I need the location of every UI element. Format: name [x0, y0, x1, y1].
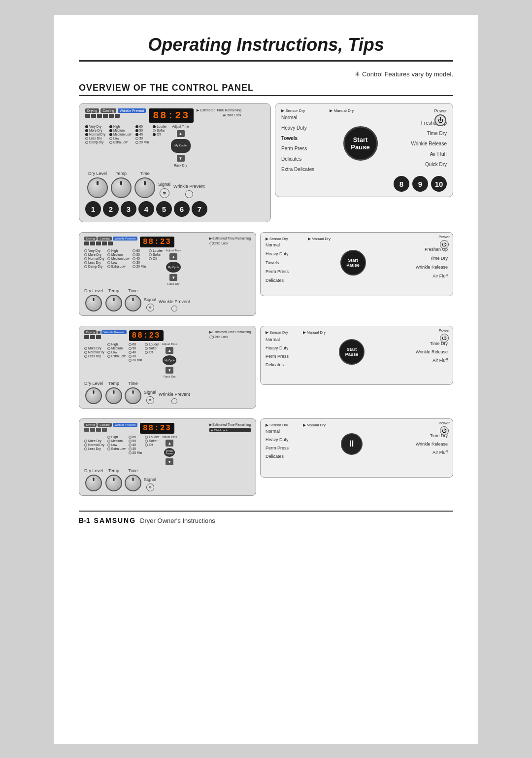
footer: B-1 SAMSUNG Dryer Owner's Instructions — [79, 511, 453, 524]
down-button[interactable]: ▼ — [177, 155, 185, 162]
page-title: Operating Instructions, Tips — [79, 34, 453, 62]
rp1-right-labels: Freshen Up Time Dry Wrinkle Release Air … — [402, 120, 447, 167]
control-note: ✳ Control Features vary by model. — [79, 70, 453, 78]
panel-3-row: Drying Wrinkle Prevent 88:23 ▶ Estimated… — [79, 326, 453, 409]
lp1-temp-col: High Medium Medium Low Low Extra Low — [109, 125, 132, 167]
lp1-childlock: ◈Child Lock — [223, 113, 241, 117]
panel-2-left: Drying Cooling Wrinkle Prevent 88:23 — [79, 232, 256, 316]
panel3-dials: Dry Level Temp Time Signal≋ Wrinkle Prev… — [84, 381, 251, 404]
rp1-left-labels: Normal Heavy Duty Towels Perm Press Deli… — [281, 115, 318, 172]
dial-signal: Signal ≋ — [158, 182, 170, 198]
panel-1-left: Drying Cooling Wrinkle Prevent — [79, 103, 271, 222]
dial-time: Time — [134, 171, 155, 198]
tab-cooling[interactable]: Cooling — [100, 108, 116, 113]
panel3-display: 88:23 — [129, 330, 164, 341]
rp1-arrows: ▶ Sensor Dry ▶ Manual Dry — [281, 108, 447, 113]
panel-1-section: Drying Cooling Wrinkle Prevent — [79, 103, 453, 222]
p4-play-pause-button[interactable]: ⏸ — [341, 433, 363, 455]
panel-4-section: Drying Cooling Wrinkle Prevent 88:23 — [79, 418, 453, 496]
panel2-dials: Dry Level Temp Time Signal≋ Wrinkle Prev… — [84, 288, 251, 311]
panel-2-row: Drying Cooling Wrinkle Prevent 88:23 — [79, 232, 453, 316]
p3-up-button[interactable]: ▲ — [166, 347, 173, 354]
panel-2-right: Power ⏻ ▶ Sensor Dry ▶ Manual Dry Normal… — [260, 232, 453, 296]
dial-temp: Temp — [111, 171, 132, 198]
lp1-signal-col: Louder Softer Off — [153, 125, 166, 167]
panel-1-row: Drying Cooling Wrinkle Prevent — [79, 103, 453, 222]
panel-3-right: Power ⏻ ▶ Sensor Dry ▶ Manual Dry Normal… — [260, 326, 453, 385]
panel-3-left: Drying Wrinkle Prevent 88:23 ▶ Estimated… — [79, 326, 256, 409]
rack-dry-label: Rack Dry — [174, 164, 187, 167]
p3-start-pause-button[interactable]: Start Pause — [339, 339, 365, 365]
p4-up-button[interactable]: ▲ — [166, 440, 173, 447]
lp1-indicators — [85, 114, 146, 118]
lp1-adjust-label: Adjust Time — [172, 125, 189, 128]
footer-text: Dryer Owner's Instructions — [140, 517, 215, 524]
p4-power-button[interactable]: ⏻ — [440, 426, 449, 435]
panel-4-left: Drying Cooling Wrinkle Prevent 88:23 — [79, 418, 256, 496]
lp1-dial-row: Dry Level Temp Time Signal ≋ — [85, 171, 265, 198]
p4-down-button[interactable]: ▼ — [166, 458, 173, 465]
panel2-display: 88:23 — [140, 237, 174, 247]
tab-drying[interactable]: Drying — [85, 108, 99, 113]
dial-wrinkle: Wrinkle Prevent — [173, 184, 204, 198]
dial-dry-level: Dry Level — [87, 171, 108, 198]
power-button[interactable]: ⏻ — [434, 114, 446, 126]
panel4-dials: Dry Level Temp Time Signal≋ — [84, 468, 251, 491]
up-button[interactable]: ▲ — [177, 130, 185, 137]
rp1-power: Power ⏻ — [434, 108, 447, 126]
my-cycle-btn[interactable]: My Cycle — [171, 139, 191, 153]
panel-1-right: Power ⏻ ▶ Sensor Dry ▶ Manual Dry Normal… — [275, 103, 453, 197]
panel-2-section: Drying Cooling Wrinkle Prevent 88:23 — [79, 232, 453, 316]
lp1-time-col: 60 50 40 30 20 Min — [135, 125, 149, 167]
p2-start-pause-button[interactable]: Start Pause — [340, 250, 366, 276]
lp1-tabs: Drying Cooling Wrinkle Prevent — [85, 108, 146, 113]
lp1-top: Drying Cooling Wrinkle Prevent — [85, 108, 265, 123]
footer-b1: B-1 — [79, 517, 90, 524]
footer-brand: SAMSUNG — [94, 517, 136, 524]
panel-4-right: Power ⏻ ▶ Sensor Dry ▶ Manual Dry Normal… — [260, 418, 453, 478]
tab-wrinkle[interactable]: Wrinkle Prevent — [118, 108, 146, 113]
p2-down-button[interactable]: ▼ — [169, 274, 177, 281]
p2-power-button[interactable]: ⏻ — [440, 240, 449, 249]
lp1-options: Very Dry More Dry Normal Dry Less Dry Da… — [85, 125, 265, 167]
lp1-adjust: Adjust Time ▲ My Cycle ▼ Rack Dry — [171, 125, 191, 167]
panel4-display: 88:23 — [140, 423, 174, 434]
p2-up-button[interactable]: ▲ — [169, 253, 177, 260]
p3-down-button[interactable]: ▼ — [166, 367, 173, 374]
lp1-numbers: 1 2 3 4 5 6 7 — [85, 201, 265, 217]
panel-3-section: Drying Wrinkle Prevent 88:23 ▶ Estimated… — [79, 326, 453, 409]
rp1-numbers: 8 9 10 — [281, 176, 447, 192]
section-title: OVERVIEW OF THE CONTROL PANEL — [79, 83, 453, 96]
lp1-esttime: ▶ Estimated Time Remaining — [197, 108, 241, 112]
lp1-dry-col: Very Dry More Dry Normal Dry Less Dry Da… — [85, 125, 105, 167]
page: Operating Instructions, Tips ✳ Control F… — [54, 15, 478, 744]
panel-4-row: Drying Cooling Wrinkle Prevent 88:23 — [79, 418, 453, 496]
p3-power-button[interactable]: ⏻ — [440, 334, 449, 343]
lp1-display: 88:23 — [149, 108, 194, 123]
start-pause-button[interactable]: Start Pause — [343, 126, 378, 161]
